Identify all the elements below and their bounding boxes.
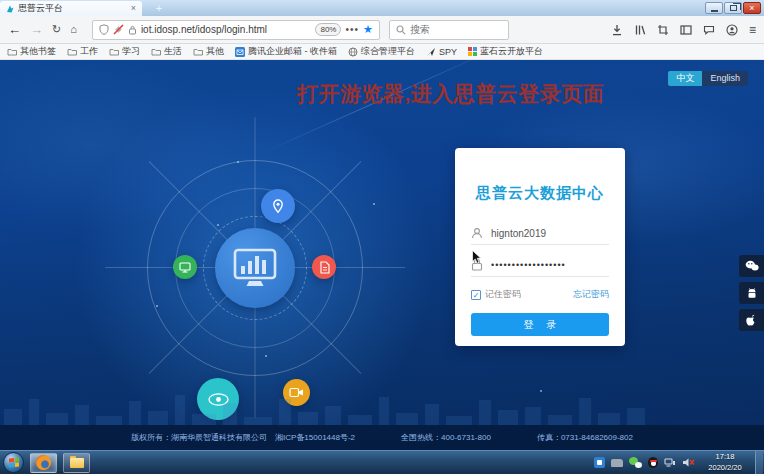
bookmark-folder-other[interactable]: 其他书签 — [7, 45, 56, 58]
bookmark-spy[interactable]: SPY — [426, 47, 457, 57]
clock-date: 2020/2/20 — [701, 463, 749, 473]
back-button[interactable]: ← — [8, 23, 21, 36]
bookmark-folder-life[interactable]: 生活 — [151, 45, 182, 58]
username-row — [471, 227, 609, 245]
clock-time: 17:18 — [701, 452, 749, 462]
firefox-icon — [36, 455, 51, 470]
remember-me[interactable]: ✓ 记住密码 — [471, 288, 521, 301]
tray-notification-icon[interactable] — [594, 457, 605, 468]
tray-qq-icon[interactable] — [648, 457, 658, 468]
tray-driver-icon[interactable] — [611, 459, 623, 467]
account-icon[interactable] — [726, 24, 738, 36]
bookmark-star-icon[interactable]: ★ — [363, 24, 373, 35]
page-footer: 版权所有：湖南华辰智通科技有限公司 湘ICP备15001448号-2 全国热线：… — [0, 425, 764, 450]
zoom-level-badge[interactable]: 80% — [315, 23, 341, 36]
remember-checkbox[interactable]: ✓ — [471, 290, 481, 300]
mouse-cursor-icon — [471, 250, 482, 265]
browser-tab-bar: 思普云平台 × + × — [0, 0, 764, 16]
windows-logo-icon — [9, 457, 19, 467]
system-tray: 17:18 2020/2/20 — [594, 451, 764, 474]
folder-icon — [193, 47, 203, 56]
language-switcher: 中文 English — [668, 71, 748, 86]
tray-network-icon[interactable] — [664, 457, 676, 468]
bookmark-folder-misc[interactable]: 其他 — [193, 45, 224, 58]
site-info-lock-icon[interactable] — [128, 25, 137, 35]
login-title: 思普云大数据中心 — [471, 148, 609, 203]
fax-text: 传真：0731-84682609-802 — [537, 432, 633, 443]
document-bubble — [312, 255, 336, 279]
home-button[interactable]: ⌂ — [70, 24, 77, 35]
city-skyline-decoration — [0, 391, 764, 425]
screenshot-crop-icon[interactable] — [657, 24, 669, 36]
messages-bubble-icon[interactable] — [703, 24, 715, 36]
globe-icon — [348, 47, 358, 57]
monitor-chart-icon — [233, 248, 277, 288]
apple-icon — [746, 314, 758, 327]
explorer-folder-icon — [70, 458, 84, 468]
page-actions-icon[interactable]: ••• — [345, 25, 359, 35]
blocked-content-icon[interactable] — [113, 24, 124, 35]
screen: 思普云平台 × + × ← → ↻ ⌂ iot.idosp.net/idosp/… — [0, 0, 764, 474]
bookmark-folder-work[interactable]: 工作 — [67, 45, 98, 58]
forgot-password-link[interactable]: 忘记密码 — [573, 288, 609, 301]
downloads-icon[interactable] — [611, 24, 623, 36]
bookmark-lanshi-cloud[interactable]: 蓝石云开放平台 — [468, 45, 543, 58]
tab-close-icon[interactable]: × — [131, 4, 136, 13]
search-bar[interactable] — [389, 20, 509, 40]
bookmark-mgmt-platform[interactable]: 综合管理平台 — [348, 45, 415, 58]
start-button[interactable] — [3, 452, 24, 473]
dashboard-monitor-bubble — [215, 228, 295, 308]
android-button[interactable] — [739, 282, 764, 304]
close-button[interactable]: × — [743, 2, 761, 14]
show-desktop-button[interactable] — [755, 451, 763, 474]
lang-english-button[interactable]: English — [702, 71, 748, 86]
folder-icon — [7, 47, 17, 56]
bookmarks-bar: 其他书签 工作 学习 生活 其他 腾讯企业邮箱 - 收件箱 综合管理平台 SPY… — [0, 44, 764, 60]
apple-button[interactable] — [739, 309, 764, 331]
tray-volume-muted-icon[interactable] — [682, 457, 695, 468]
library-icon[interactable] — [634, 24, 646, 36]
annotation-text: 打开游览器,进入思普云登录页面 — [297, 80, 604, 108]
login-panel: 思普云大数据中心 ✓ 记住密码 忘 — [455, 148, 625, 346]
taskbar-explorer-button[interactable] — [63, 453, 90, 473]
lang-chinese-button[interactable]: 中文 — [668, 71, 702, 86]
bookmark-folder-study[interactable]: 学习 — [109, 45, 140, 58]
reload-button[interactable]: ↻ — [52, 24, 61, 35]
active-tab[interactable]: 思普云平台 × — [0, 1, 142, 16]
remember-label: 记住密码 — [485, 288, 521, 301]
taskbar-firefox-button[interactable] — [30, 453, 57, 473]
window-controls: × — [705, 2, 761, 14]
address-bar[interactable]: iot.idosp.net/idosp/login.html 80% ••• ★ — [92, 20, 380, 40]
username-input[interactable] — [491, 228, 599, 239]
shield-icon[interactable] — [99, 24, 109, 35]
login-page: 打开游览器,进入思普云登录页面 中文 English — [0, 60, 764, 450]
bookmark-tencent-mail[interactable]: 腾讯企业邮箱 - 收件箱 — [235, 45, 337, 58]
taskbar-clock[interactable]: 17:18 2020/2/20 — [701, 452, 749, 472]
restore-button[interactable] — [724, 2, 742, 14]
login-button[interactable]: 登 录 — [471, 313, 609, 336]
sidebar-icon[interactable] — [680, 24, 692, 36]
new-tab-button[interactable]: + — [148, 1, 170, 16]
hotline-text: 全国热线：400-6731-800 — [401, 432, 491, 443]
color-grid-icon — [468, 47, 477, 56]
tab-title: 思普云平台 — [18, 2, 127, 15]
forward-button[interactable]: → — [30, 23, 43, 36]
wechat-button[interactable] — [739, 255, 764, 277]
search-input[interactable] — [410, 24, 490, 35]
restore-icon — [730, 5, 737, 11]
tray-wechat-icon[interactable] — [629, 457, 642, 468]
menu-hamburger-icon[interactable]: ≡ — [749, 24, 756, 36]
minimize-button[interactable] — [705, 2, 723, 14]
map-pin-icon — [270, 198, 286, 215]
search-icon — [396, 25, 406, 35]
password-input[interactable] — [491, 260, 599, 270]
browser-toolbar: ← → ↻ ⌂ iot.idosp.net/idosp/login.html 8… — [0, 16, 764, 44]
tab-favicon — [6, 5, 14, 13]
android-icon — [746, 287, 758, 299]
windows-taskbar: 17:18 2020/2/20 — [0, 450, 764, 474]
url-text[interactable]: iot.idosp.net/idosp/login.html — [141, 24, 267, 35]
options-row: ✓ 记住密码 忘记密码 — [471, 288, 609, 301]
minimize-icon — [711, 10, 718, 12]
side-float-buttons — [739, 255, 764, 331]
toolbar-icons: ≡ — [611, 24, 756, 36]
